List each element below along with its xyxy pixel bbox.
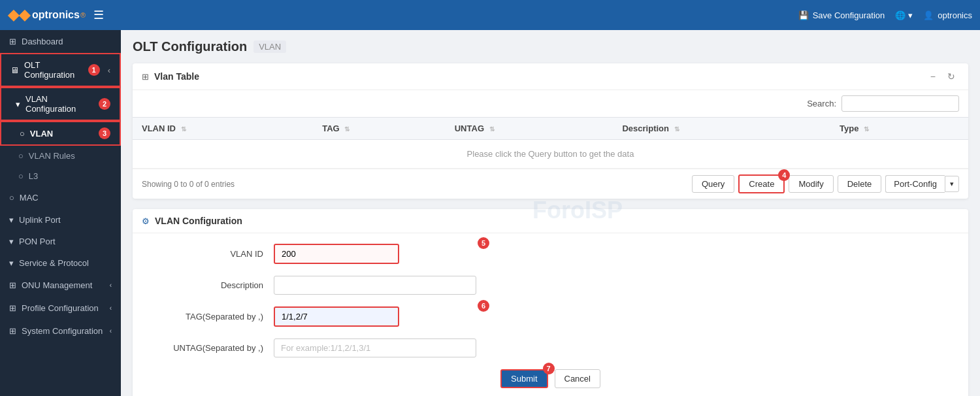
query-button[interactable]: Query	[692, 175, 734, 193]
page-title: OLT Configuration	[133, 39, 247, 54]
col-untag[interactable]: UNTAG ⇅	[446, 118, 613, 140]
description-row: Description	[159, 276, 942, 295]
monitor-icon: 🖥	[10, 65, 19, 75]
sidebar-item-vlan-config[interactable]: ▾ VLAN Configuration 2	[0, 87, 121, 121]
sidebar-item-vlan-rules[interactable]: ○ VLAN Rules	[0, 146, 121, 166]
user-icon: 👤	[923, 10, 934, 20]
vlan-id-row: VLAN ID 5	[159, 244, 942, 264]
vlan-table: VLAN ID ⇅ TAG ⇅ UNTAG ⇅ Description ⇅ Ty…	[133, 117, 968, 169]
vlan-config-title: VLAN Configuration	[155, 216, 242, 226]
chevron-right-icon: ▾	[9, 215, 14, 225]
table-footer: Showing 0 to 0 of 0 entries Query Create…	[133, 169, 968, 199]
topbar: ◆◆ optronics ® ☰ 💾 Save Configuration 🌐 …	[0, 0, 980, 30]
topbar-right: 💾 Save Configuration 🌐 ▾ 👤 optronics	[798, 10, 972, 20]
grid-icon: ⊞	[9, 326, 16, 336]
form-body: VLAN ID 5 Description TAG(Separated by ,…	[133, 233, 968, 396]
sidebar-item-l3[interactable]: ○ L3	[0, 166, 121, 186]
port-config-button[interactable]: Port-Config	[885, 175, 945, 193]
create-label: Create	[749, 179, 774, 189]
logo: ◆◆ optronics ®	[8, 7, 86, 24]
minimize-button[interactable]: −	[926, 70, 939, 83]
tag-input[interactable]	[274, 306, 399, 327]
page-subtitle: VLAN	[253, 41, 286, 53]
sidebar-item-uplink-port[interactable]: ▾ Uplink Port	[0, 209, 121, 231]
step-badge-2: 2	[99, 98, 110, 110]
create-button[interactable]: Create 4	[738, 174, 785, 193]
step-badge-6: 6	[478, 300, 489, 312]
showing-text: Showing 0 to 0 of 0 entries	[142, 180, 235, 189]
vlan-id-input[interactable]	[274, 244, 399, 264]
sidebar-item-label: PON Port	[19, 237, 56, 246]
page-header: OLT Configuration VLAN	[133, 39, 968, 54]
card-header-actions: − ↻	[926, 70, 959, 83]
untag-label: UNTAG(Separated by ,)	[159, 343, 263, 353]
untag-input[interactable]	[274, 338, 476, 357]
sidebar-item-label: Service & Protocol	[19, 258, 89, 268]
card-title: Vlan Table	[154, 71, 921, 82]
sidebar-item-pon-port[interactable]: ▾ PON Port	[0, 231, 121, 252]
config-icon: ⚙	[142, 216, 150, 226]
grid-icon: ⊞	[9, 280, 16, 290]
vlan-table-card: ⊞ Vlan Table − ↻ Search: VLAN ID ⇅	[133, 63, 968, 199]
tag-label: TAG(Separated by ,)	[159, 312, 263, 322]
vlan-config-header: ⚙ VLAN Configuration	[133, 209, 968, 233]
language-selector[interactable]: 🌐 ▾	[895, 10, 913, 20]
sidebar-item-service-protocol[interactable]: ▾ Service & Protocol	[0, 252, 121, 274]
port-config-arrow[interactable]: ▾	[945, 176, 959, 192]
sidebar-item-label: System Configuration	[22, 326, 103, 336]
submit-button[interactable]: Submit	[500, 369, 547, 388]
step-badge-1: 1	[88, 64, 100, 76]
sidebar-item-olt-config[interactable]: 🖥 OLT Configuration 1 ‹	[0, 53, 121, 87]
description-input[interactable]	[274, 276, 476, 295]
refresh-button[interactable]: ↻	[943, 70, 959, 83]
collapse-icon: ‹	[108, 65, 110, 75]
cancel-button[interactable]: Cancel	[555, 369, 600, 388]
logo-text: optronics	[32, 9, 80, 21]
table-icon: ⊞	[142, 72, 149, 82]
step-badge-5: 5	[478, 237, 489, 249]
step-badge-7: 7	[543, 363, 555, 374]
col-tag[interactable]: TAG ⇅	[313, 118, 445, 140]
dashboard-icon: ⊞	[9, 37, 16, 46]
sidebar-item-profile-config[interactable]: ⊞ Profile Configuration ‹	[0, 297, 121, 320]
sidebar-item-mac[interactable]: ○ MAC	[0, 186, 121, 209]
logo-reg: ®	[80, 11, 86, 19]
col-description[interactable]: Description ⇅	[613, 118, 830, 140]
sidebar-item-label: Dashboard	[22, 37, 63, 46]
card-header: ⊞ Vlan Table − ↻	[133, 63, 968, 90]
sidebar-item-label: VLAN	[30, 129, 53, 139]
sidebar-item-label: MAC	[20, 193, 39, 203]
vlan-id-label: VLAN ID	[159, 249, 263, 259]
sidebar-item-label: L3	[29, 171, 38, 181]
action-buttons: Query Create 4 Modify Delete Port-Config…	[692, 174, 959, 193]
modify-button[interactable]: Modify	[789, 175, 833, 193]
sidebar-item-system-config[interactable]: ⊞ System Configuration ‹	[0, 320, 121, 342]
user-menu[interactable]: 👤 optronics	[923, 10, 972, 20]
globe-icon: 🌐	[895, 10, 906, 20]
sidebar-item-onu-mgmt[interactable]: ⊞ ONU Management ‹	[0, 274, 121, 297]
empty-row: Please click the Query button to get the…	[133, 140, 968, 169]
delete-button[interactable]: Delete	[838, 175, 882, 193]
grid-icon: ⊞	[9, 303, 16, 313]
chevron-right-icon: ▾	[9, 258, 14, 268]
col-type[interactable]: Type ⇅	[830, 118, 968, 140]
collapse-icon: ‹	[110, 282, 112, 289]
sidebar-item-dashboard[interactable]: ⊞ Dashboard	[0, 30, 121, 53]
table-toolbar: Search:	[133, 90, 968, 117]
col-vlan-id[interactable]: VLAN ID ⇅	[133, 118, 313, 140]
description-label: Description	[159, 280, 263, 290]
sidebar-item-label: VLAN Configuration	[25, 94, 93, 114]
save-icon: 💾	[798, 10, 809, 20]
sidebar-item-vlan[interactable]: ○ VLAN 3	[0, 121, 121, 146]
sidebar-item-label: VLAN Rules	[29, 151, 75, 161]
table-container: VLAN ID ⇅ TAG ⇅ UNTAG ⇅ Description ⇅ Ty…	[133, 117, 968, 169]
chevron-down-icon: ▾	[16, 99, 20, 109]
chevron-right-icon: ▾	[9, 237, 14, 246]
port-config-split-button[interactable]: Port-Config ▾	[885, 175, 959, 193]
save-config-button[interactable]: 💾 Save Configuration	[798, 10, 885, 20]
circle-icon: ○	[18, 171, 24, 181]
search-input[interactable]	[841, 95, 959, 112]
menu-toggle-icon[interactable]: ☰	[93, 8, 104, 22]
sidebar-item-label: ONU Management	[22, 280, 92, 290]
layout: ⊞ Dashboard 🖥 OLT Configuration 1 ‹ ▾ VL…	[0, 30, 980, 396]
